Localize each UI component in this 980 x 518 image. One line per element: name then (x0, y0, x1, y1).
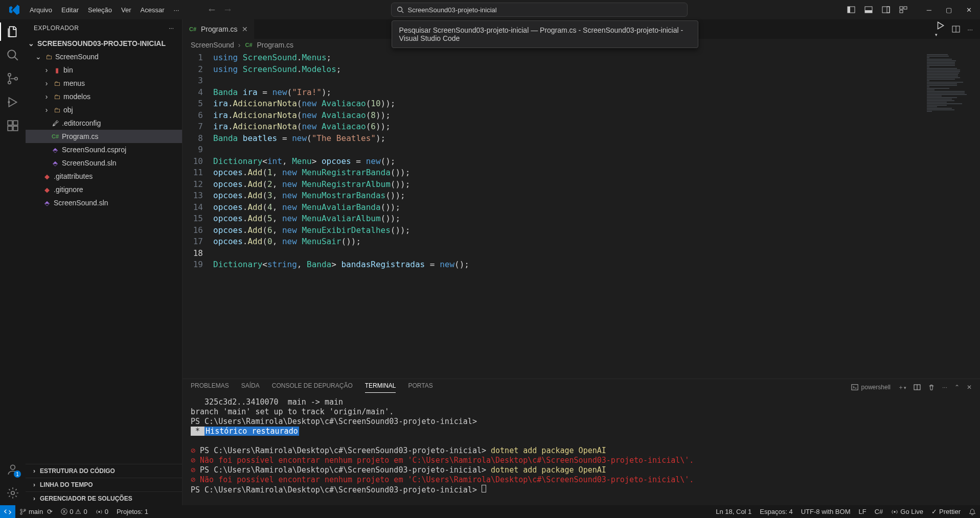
panel-tab-console[interactable]: CONSOLE DE DEPURAÇÃO (272, 382, 353, 392)
split-terminal-icon[interactable] (914, 384, 921, 391)
svg-rect-9 (904, 7, 907, 9)
tree-file-gitignore[interactable]: ◆ .gitignore (26, 183, 182, 196)
tree-file-sln-outer[interactable]: ⬘ ScreenSound.sln (26, 196, 182, 209)
nav-buttons: 🡐 🡒 (209, 6, 231, 14)
editor-area: C# Program.cs ✕ ▾ ··· ScreenSound › C# P… (183, 19, 980, 505)
menu-selecao[interactable]: Seleção (84, 4, 116, 16)
git-icon: ◆ (43, 185, 51, 194)
svg-point-28 (20, 509, 22, 511)
svg-rect-17 (8, 121, 12, 125)
activity-explorer-icon[interactable] (6, 25, 20, 39)
status-bar: main ⟳ ⓧ0 ⚠0 0 Projetos: 1 Ln 18, Col 1 … (0, 505, 980, 518)
status-remote-icon[interactable] (0, 505, 15, 518)
panel-tab-terminal[interactable]: TERMINAL (365, 382, 396, 393)
tree-file-sln-inner[interactable]: ⬘ ScreenSound.sln (26, 156, 182, 170)
svg-point-11 (8, 50, 15, 58)
panel-tab-portas[interactable]: PORTAS (408, 382, 432, 392)
window-minimize-icon[interactable]: ─ (927, 6, 931, 14)
tree-file-programcs[interactable]: C# Program.cs (26, 130, 182, 143)
menu-arquivo[interactable]: Arquivo (26, 4, 56, 16)
menu-ver[interactable]: Ver (117, 4, 135, 16)
status-problems[interactable]: ⓧ0 ⚠0 (57, 507, 91, 516)
panel-maximize-icon[interactable]: ⌃ (954, 384, 960, 391)
svg-rect-25 (851, 385, 857, 390)
activity-bar: 1 (0, 19, 26, 505)
tree-folder-menus[interactable]: › 🗀 menus (26, 77, 182, 90)
tree-file-csproj[interactable]: ⬘ ScreenSound.csproj (26, 143, 182, 156)
status-indent[interactable]: Espaços: 4 (756, 508, 796, 515)
editor-tab-programcs[interactable]: C# Program.cs ✕ (183, 19, 255, 39)
layout-customize-icon[interactable] (899, 6, 907, 14)
explorer-more-icon[interactable]: ··· (169, 25, 174, 32)
svg-rect-20 (13, 121, 18, 125)
editor-more-icon[interactable]: ··· (967, 26, 973, 33)
tree-folder-bin[interactable]: › ▮ bin (26, 63, 182, 77)
code-editor[interactable]: 12345678910111213141516171819 using Scre… (183, 51, 924, 379)
menu-overflow[interactable]: ··· (170, 4, 184, 16)
command-center-search[interactable]: ScreenSound03-projeto-inicial Pesquisar … (391, 3, 688, 17)
nav-back-icon[interactable]: 🡐 (209, 6, 215, 14)
status-ports[interactable]: 0 (92, 508, 112, 515)
csharp-icon: C# (189, 25, 197, 33)
section-linha-tempo[interactable]: ›LINHA DO TEMPO (26, 478, 182, 491)
tree-folder-modelos[interactable]: › 🗀 modelos (26, 90, 182, 103)
minimap[interactable] (924, 51, 980, 379)
layout-toggle-left-icon[interactable] (847, 6, 855, 14)
bottom-panel: PROBLEMAS SAÍDA CONSOLE DE DEPURAÇÃO TER… (183, 379, 980, 505)
layout-toggle-bottom-icon[interactable] (864, 6, 873, 14)
layout-toggle-right-icon[interactable] (882, 6, 890, 14)
csproj-icon: ⬘ (51, 146, 59, 154)
status-ln-col[interactable]: Ln 18, Col 1 (712, 508, 756, 515)
tree-root[interactable]: ⌄ SCREENSOUND03-PROJETO-INICIAL (26, 37, 182, 50)
tab-close-icon[interactable]: ✕ (242, 25, 248, 33)
svg-rect-8 (900, 7, 903, 9)
nav-forward-icon[interactable]: 🡒 (224, 6, 231, 14)
activity-source-control-icon[interactable] (6, 72, 20, 86)
panel-close-icon[interactable]: ✕ (967, 384, 972, 391)
tree-file-editorconfig[interactable]: 🖉 .editorconfig (26, 116, 182, 130)
window-close-icon[interactable]: ✕ (966, 6, 972, 14)
csharp-icon: C# (245, 41, 253, 49)
run-play-icon[interactable]: ▾ (936, 21, 945, 38)
warning-icon: ⚠ (75, 508, 81, 515)
bin-folder-icon: ▮ (53, 66, 61, 74)
broadcast-icon (891, 508, 898, 515)
svg-point-22 (11, 491, 15, 495)
activity-accounts-icon[interactable]: 1 (6, 462, 20, 477)
activity-extensions-icon[interactable] (6, 119, 20, 133)
code-content[interactable]: using ScreenSound.Menus;using ScreenSoun… (213, 52, 924, 379)
tree-folder-obj[interactable]: › 🗀 obj (26, 103, 182, 116)
split-editor-icon[interactable] (952, 25, 960, 33)
sync-icon[interactable]: ⟳ (47, 508, 53, 515)
kill-terminal-icon[interactable] (928, 384, 935, 391)
status-prettier[interactable]: ✓ Prettier (927, 508, 965, 515)
activity-settings-icon[interactable] (6, 486, 20, 500)
tree-folder-screensound[interactable]: ⌄ 🗀 ScreenSound (26, 50, 182, 63)
terminal-shell-label[interactable]: powershell (851, 384, 891, 391)
panel-tab-saida[interactable]: SAÍDA (241, 382, 260, 392)
window-maximize-icon[interactable]: ▢ (946, 6, 952, 14)
title-right-controls: ─ ▢ ✕ (847, 6, 972, 14)
status-language[interactable]: C# (871, 508, 887, 515)
tree-file-gitattributes[interactable]: ◆ .gitattributes (26, 170, 182, 183)
status-bell-icon[interactable] (965, 508, 980, 515)
breadcrumb-item[interactable]: ScreenSound (191, 41, 234, 49)
status-golive[interactable]: Go Live (887, 508, 927, 515)
new-terminal-icon[interactable]: ＋▾ (898, 383, 906, 392)
menu-editar[interactable]: Editar (57, 4, 83, 16)
folder-icon: 🗀 (53, 79, 61, 87)
section-gerenciador[interactable]: ›GERENCIADOR DE SOLUÇÕES (26, 491, 182, 505)
terminal-content[interactable]: 325c3d2..3410070 main -> mainbranch 'mai… (183, 395, 980, 505)
status-branch[interactable]: main ⟳ (15, 508, 57, 515)
activity-search-icon[interactable] (6, 48, 20, 62)
menu-acessar[interactable]: Acessar (136, 4, 169, 16)
section-estrutura[interactable]: ›ESTRUTURA DO CÓDIGO (26, 464, 182, 478)
panel-tab-problemas[interactable]: PROBLEMAS (191, 382, 229, 392)
status-encoding[interactable]: UTF-8 with BOM (797, 508, 855, 515)
breadcrumb-item[interactable]: Program.cs (257, 41, 294, 49)
status-projetos[interactable]: Projetos: 1 (112, 508, 152, 515)
status-eol[interactable]: LF (854, 508, 870, 515)
activity-run-debug-icon[interactable] (6, 95, 20, 109)
svg-rect-5 (865, 10, 872, 13)
panel-more-icon[interactable]: ··· (942, 384, 947, 391)
